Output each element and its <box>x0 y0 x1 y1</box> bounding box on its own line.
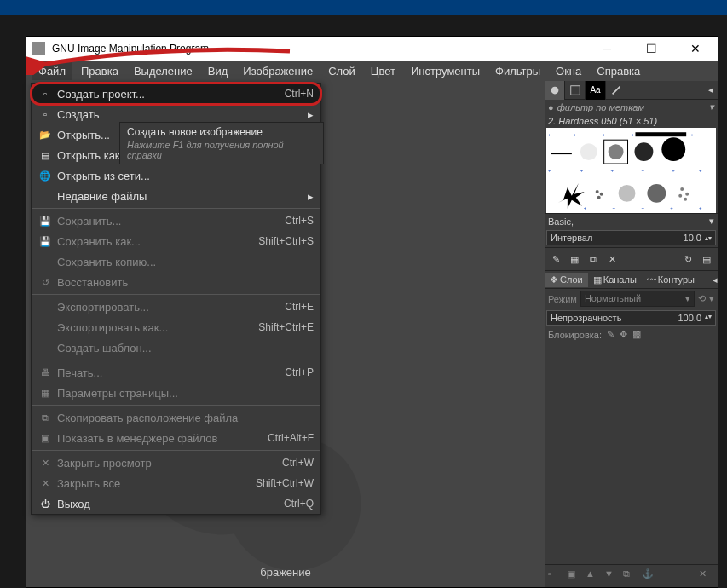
anchor-layer-icon[interactable]: ⚓ <box>642 568 657 584</box>
svg-text:+: + <box>611 168 614 173</box>
menu-item-экспортировать-как-: Экспортировать как...Shift+Ctrl+E <box>32 317 320 337</box>
layer-mode-select[interactable]: Нормальный▾ <box>580 291 695 307</box>
menu-справка[interactable]: Справка <box>590 62 647 80</box>
duplicate-layer-icon[interactable]: ⧉ <box>623 568 638 584</box>
edit-brush-icon[interactable]: ✎ <box>548 251 563 267</box>
brush-dock-tabs: Aa ◂ <box>545 81 718 100</box>
svg-point-14 <box>597 196 601 199</box>
new-group-icon[interactable]: ▣ <box>567 568 582 584</box>
menu-окна[interactable]: Окна <box>549 62 588 80</box>
svg-point-13 <box>600 193 603 196</box>
new-brush-icon[interactable]: ▦ <box>567 251 582 267</box>
lock-paint-icon[interactable]: ✎ <box>607 329 614 340</box>
right-dock: Aa ◂ ● фильтр по меткам ▾ 2. Hardness 05… <box>545 81 718 587</box>
svg-text:+: + <box>574 132 577 137</box>
svg-text:+: + <box>548 132 551 137</box>
menu-цвет[interactable]: Цвет <box>364 62 402 80</box>
menu-выделение[interactable]: Выделение <box>127 62 199 80</box>
mode-reset-icon[interactable]: ⟲ <box>698 293 706 304</box>
menu-item-закрыть-все: ✕Закрыть всеShift+Ctrl+W <box>32 473 320 493</box>
svg-point-17 <box>680 187 684 191</box>
quit-icon: ⏻ <box>37 499 54 509</box>
svg-text:+: + <box>603 132 606 137</box>
dock-menu-arrow-icon[interactable]: ◂ <box>704 84 718 95</box>
new-layer-icon[interactable]: ▫ <box>548 568 563 584</box>
layer-mode-row: Режим Нормальный▾ ⟲▾ <box>545 289 718 308</box>
brush-actions: ✎ ▦ ⧉ ✕ ↻ ▤ <box>545 247 718 270</box>
tab-history[interactable] <box>606 81 626 100</box>
delete-brush-icon[interactable]: ✕ <box>604 251 620 267</box>
brush-spacing[interactable]: Интервал 10.0 ▴▾ <box>546 230 716 245</box>
refresh-brush-icon[interactable]: ↻ <box>680 251 695 267</box>
svg-rect-3 <box>570 85 580 95</box>
submenu-arrow-icon: ▸ <box>303 190 314 203</box>
lock-move-icon[interactable]: ✥ <box>620 329 627 340</box>
svg-point-18 <box>685 193 689 196</box>
svg-text:+: + <box>672 168 675 173</box>
brush-preset-select[interactable]: Basic,▾ <box>545 213 718 228</box>
menubar: ФайлПравкаВыделениеВидИзображениеСлойЦве… <box>26 61 718 81</box>
svg-point-7 <box>609 144 624 159</box>
close-button[interactable]: ✕ <box>678 37 713 61</box>
minimize-button[interactable]: ─ <box>590 37 624 61</box>
tab-fonts[interactable]: Aa <box>586 81 606 100</box>
tab-patterns[interactable] <box>565 81 586 100</box>
open-icon: 📂 <box>37 130 54 141</box>
menu-item-экспортировать-: Экспортировать...Ctrl+E <box>32 297 320 317</box>
menu-изображение[interactable]: Изображение <box>236 62 320 80</box>
svg-point-5 <box>580 143 597 160</box>
svg-point-8 <box>634 142 653 161</box>
save-icon: 💾 <box>37 216 54 227</box>
brush-filter[interactable]: ● фильтр по меткам ▾ <box>545 100 718 114</box>
layer-list[interactable] <box>545 342 718 564</box>
layer-opacity[interactable]: Непрозрачность 100.0 ▴▾ <box>546 310 716 326</box>
page-icon: ▦ <box>37 388 54 399</box>
menu-item-недавние-файлы[interactable]: Недавние файлы▸ <box>32 186 320 206</box>
delete-layer-icon[interactable]: ✕ <box>699 568 714 584</box>
svg-point-9 <box>661 137 685 161</box>
titlebar: GNU Image Manipulation Program ─ ☐ ✕ <box>26 37 718 61</box>
tab-layers[interactable]: ❖Слои <box>545 273 588 287</box>
menu-item-выход[interactable]: ⏻ВыходCtrl+Q <box>32 493 320 514</box>
brush-name-label: 2. Hardness 050 (51 × 51) <box>545 114 718 128</box>
brush-grid[interactable]: +++++ ++++++ +++++ <box>546 128 716 213</box>
lock-alpha-icon[interactable]: ▩ <box>632 329 641 340</box>
svg-text:+: + <box>641 205 644 210</box>
raise-layer-icon[interactable]: ▲ <box>586 568 601 584</box>
menu-item-восстановить: ↺Восстановить <box>32 272 320 292</box>
svg-text:+: + <box>548 168 551 173</box>
menu-item-создать-проект-[interactable]: ▫Создать проект...Ctrl+N <box>32 84 320 104</box>
tab-paths[interactable]: 〰Контуры <box>642 273 700 286</box>
svg-text:+: + <box>699 168 702 173</box>
menu-фильтры[interactable]: Фильтры <box>488 62 547 80</box>
svg-point-20 <box>684 198 687 201</box>
app-icon <box>32 42 45 55</box>
maximize-button[interactable]: ☐ <box>634 37 668 61</box>
tab-brushes[interactable] <box>545 81 565 100</box>
layer-lock-row: Блокировка: ✎ ✥ ▩ <box>545 327 718 342</box>
layer-actions: ▫ ▣ ▲ ▼ ⧉ ⚓ ✕ <box>545 564 718 587</box>
svg-text:+: + <box>584 205 587 210</box>
tab-channels[interactable]: ▦Каналы <box>588 273 642 287</box>
menu-item-сохранить-как-: 💾Сохранить как...Shift+Ctrl+S <box>32 231 320 251</box>
open-brush-icon[interactable]: ▤ <box>699 251 714 267</box>
svg-text:+: + <box>632 132 635 137</box>
duplicate-brush-icon[interactable]: ⧉ <box>586 251 601 267</box>
layer-dock-arrow-icon[interactable]: ◂ <box>713 274 718 285</box>
menu-инструменты[interactable]: Инструменты <box>404 62 487 80</box>
menu-правка[interactable]: Правка <box>74 62 125 80</box>
menu-item-параметры-страницы-: ▦Параметры страницы... <box>32 383 320 403</box>
menu-item-открыть-из-сети-[interactable]: 🌐Открыть из сети... <box>32 165 320 186</box>
folder-icon: ▣ <box>37 433 54 444</box>
menu-вид[interactable]: Вид <box>201 62 235 80</box>
menu-item-печать-: 🖶Печать...Ctrl+P <box>32 362 320 383</box>
menu-item-скопировать-расположение-файла: ⧉Скопировать расположение файла <box>32 407 320 428</box>
layers-icon: ▤ <box>37 150 54 161</box>
lower-layer-icon[interactable]: ▼ <box>604 568 620 584</box>
svg-text:+: + <box>613 205 616 210</box>
svg-text:+: + <box>690 132 694 137</box>
menu-слой[interactable]: Слой <box>321 62 362 80</box>
menu-файл[interactable]: Файл <box>32 62 72 80</box>
svg-rect-10 <box>635 132 686 136</box>
svg-point-2 <box>551 86 558 94</box>
